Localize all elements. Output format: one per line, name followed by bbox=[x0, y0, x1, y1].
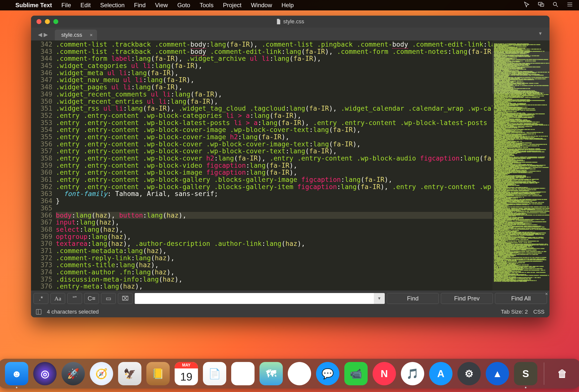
find-opt-wholeword[interactable]: “” bbox=[67, 293, 82, 304]
dock-app-mail[interactable]: 🦅 bbox=[118, 362, 142, 385]
dock-app-siri[interactable]: ◎ bbox=[33, 362, 57, 385]
find-all-button[interactable]: Find All bbox=[495, 293, 547, 304]
nav-forward-icon[interactable]: ▶ bbox=[44, 31, 48, 38]
dock-app-music[interactable]: 🎵 bbox=[401, 362, 424, 385]
find-opt-wrap[interactable]: C≡ bbox=[84, 293, 99, 304]
titlebar[interactable]: style.css bbox=[31, 16, 550, 28]
find-opt-highlight[interactable]: ⌧ bbox=[118, 293, 133, 304]
status-selection: 4 characters selected bbox=[47, 309, 99, 315]
window-title: style.css bbox=[31, 18, 550, 25]
dock-app-sublime[interactable]: S bbox=[514, 362, 537, 385]
dock-app-xcode[interactable]: ▲ bbox=[486, 362, 509, 385]
find-panel: .* Aa “” C≡ ▭ ⌧ ▼ Find Find Prev Find Al… bbox=[31, 291, 550, 307]
control-center-icon[interactable] bbox=[567, 1, 573, 9]
dock-app-reminders[interactable]: ▥ bbox=[231, 362, 255, 385]
dock-app-calendar[interactable]: MAY19 bbox=[175, 362, 198, 385]
dock-app-finder[interactable]: ☻ bbox=[5, 362, 28, 385]
svg-point-2 bbox=[553, 2, 556, 5]
file-icon bbox=[276, 19, 281, 24]
panel-toggle-icon[interactable] bbox=[36, 309, 41, 314]
minimap[interactable]: █████████ ████ ████████ ███ ██ █ ███ ███… bbox=[492, 40, 550, 291]
status-syntax[interactable]: CSS bbox=[533, 309, 545, 315]
cursor-icon[interactable] bbox=[523, 1, 530, 9]
window-close-button[interactable] bbox=[36, 19, 41, 24]
dock-app-safari[interactable]: 🧭 bbox=[90, 362, 113, 385]
menu-tools[interactable]: Tools bbox=[200, 2, 214, 9]
dock-app-photos[interactable]: ✿ bbox=[288, 362, 311, 385]
dock-app-maps[interactable]: 🗺 bbox=[260, 362, 283, 385]
macos-menubar: Sublime Text File Edit Selection Find Vi… bbox=[0, 0, 579, 10]
tab-label: style.css bbox=[61, 32, 82, 38]
code-area[interactable]: .comment-list .trackback .comment-body:l… bbox=[56, 40, 492, 291]
tab-style-css[interactable]: style.css × bbox=[55, 29, 97, 40]
app-name[interactable]: Sublime Text bbox=[15, 2, 52, 9]
tab-close-icon[interactable]: × bbox=[90, 32, 93, 38]
dock-app-settings[interactable]: ⚙ bbox=[457, 362, 481, 385]
menu-file[interactable]: File bbox=[62, 2, 71, 9]
code-editor[interactable]: 3423433443453463473483493503513523533543… bbox=[31, 40, 550, 291]
menu-window[interactable]: Window bbox=[251, 2, 272, 9]
menu-goto[interactable]: Goto bbox=[177, 2, 190, 9]
screen-mirror-icon[interactable] bbox=[538, 1, 544, 9]
dock-app-notes[interactable]: 📄 bbox=[203, 362, 226, 385]
dock-app-trash[interactable]: 🗑 bbox=[551, 362, 574, 385]
spotlight-search-icon[interactable] bbox=[552, 1, 559, 9]
find-opt-regex[interactable]: .* bbox=[33, 293, 48, 304]
menu-view[interactable]: View bbox=[155, 2, 168, 9]
dock-app-news[interactable]: N bbox=[373, 362, 396, 385]
nav-back-icon[interactable]: ◀ bbox=[38, 31, 42, 38]
tab-overflow-icon[interactable]: ▼ bbox=[538, 31, 543, 36]
find-opt-inselection[interactable]: ▭ bbox=[101, 293, 116, 304]
window-zoom-button[interactable] bbox=[53, 19, 58, 24]
menu-project[interactable]: Project bbox=[223, 2, 242, 9]
dock-app-contacts[interactable]: 📒 bbox=[146, 362, 170, 385]
status-bar: 4 characters selected Tab Size: 2 CSS bbox=[31, 307, 550, 317]
menu-selection[interactable]: Selection bbox=[100, 2, 125, 9]
status-tab-size[interactable]: Tab Size: 2 bbox=[501, 309, 528, 315]
find-close-icon[interactable]: × bbox=[545, 291, 548, 297]
dock-app-messages[interactable]: 💬 bbox=[316, 362, 339, 385]
editor-window: style.css ◀ ▶ style.css × ▼ 342343344345… bbox=[31, 16, 550, 317]
find-button[interactable]: Find bbox=[387, 293, 439, 304]
line-gutter: 3423433443453463473483493503513523533543… bbox=[31, 40, 56, 291]
find-input[interactable] bbox=[135, 293, 374, 304]
find-history-dropdown[interactable]: ▼ bbox=[374, 293, 385, 304]
dock-app-facetime[interactable]: 📹 bbox=[344, 362, 368, 385]
menu-help[interactable]: Help bbox=[282, 2, 294, 9]
minimap-viewport[interactable] bbox=[492, 51, 550, 93]
find-opt-case[interactable]: Aa bbox=[50, 293, 65, 304]
tab-strip: ◀ ▶ style.css × ▼ bbox=[31, 28, 550, 40]
find-prev-button[interactable]: Find Prev bbox=[441, 293, 493, 304]
dock-app-launchpad[interactable]: 🚀 bbox=[62, 362, 85, 385]
window-minimize-button[interactable] bbox=[45, 19, 50, 24]
dock: ☻◎🚀🧭🦅📒MAY19📄▥🗺✿💬📹N🎵A⚙▲S🗑 bbox=[0, 359, 579, 389]
menu-edit[interactable]: Edit bbox=[80, 2, 90, 9]
dock-app-appstore[interactable]: A bbox=[429, 362, 452, 385]
menu-find[interactable]: Find bbox=[134, 2, 145, 9]
